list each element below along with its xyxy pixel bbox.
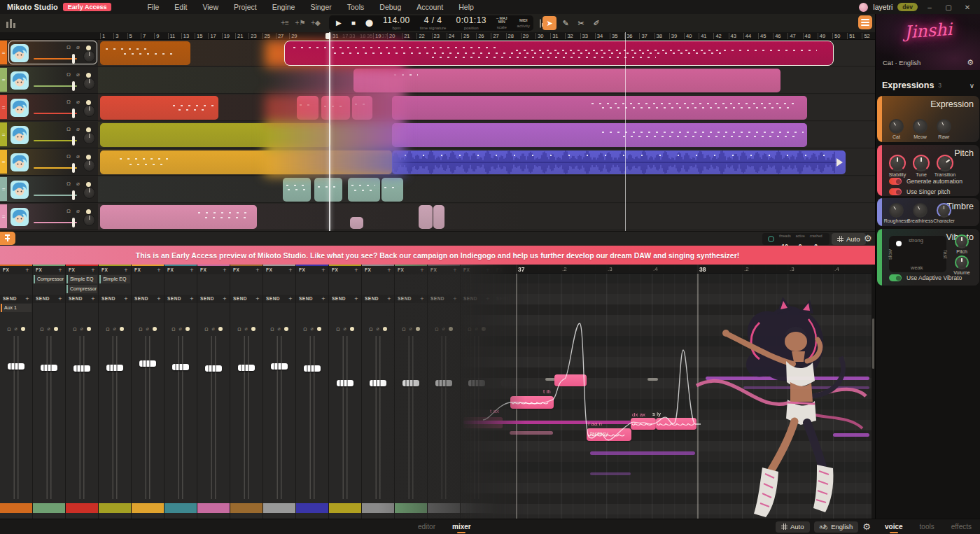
record-arm-dot[interactable] [317, 327, 321, 331]
mute-icon[interactable]: ⌀ [76, 181, 80, 187]
volume-slider[interactable] [34, 140, 77, 141]
volume-slider-handle[interactable] [72, 163, 75, 173]
pan-knob[interactable] [83, 105, 95, 117]
track-header[interactable]: =Ω⌀ [0, 67, 98, 94]
fader-handle[interactable] [8, 363, 24, 370]
solo-headphones-icon[interactable]: Ω [66, 181, 71, 187]
lyric-label[interactable]: s iy [652, 411, 661, 417]
volume-slider-handle[interactable] [72, 81, 75, 91]
fx-slot-header[interactable]: FX+ [99, 266, 131, 274]
pointer-tool-button[interactable]: ➤ [542, 16, 556, 30]
send-slot-header[interactable]: SEND+ [132, 295, 164, 303]
track-header[interactable]: =Ω⌀ [0, 176, 98, 203]
strip-color-block[interactable] [164, 503, 197, 513]
record-arm-dot[interactable] [120, 327, 124, 331]
clip[interactable] [100, 123, 331, 147]
phoneme-label[interactable]: dx ax [632, 412, 645, 418]
fader-track[interactable] [343, 336, 348, 499]
pan-knob[interactable] [83, 187, 95, 199]
position-display[interactable]: 0:01:13 position [456, 16, 486, 30]
send-slot-header[interactable]: SEND+ [329, 295, 361, 303]
clip[interactable] [100, 96, 218, 120]
fx-chip[interactable]: Simple EQ [99, 275, 130, 283]
fx-slot-header[interactable]: FX+ [33, 266, 65, 274]
mute-icon[interactable]: ⌀ [76, 44, 80, 50]
fader-handle[interactable] [205, 365, 222, 372]
solo-headphones-icon[interactable]: Ω [369, 327, 372, 332]
add-fx-button[interactable]: + [91, 266, 95, 274]
menu-help[interactable]: Help [452, 1, 480, 13]
solo-headphones-icon[interactable]: Ω [73, 327, 76, 332]
add-track-icon[interactable]: +≡ [279, 17, 291, 29]
add-send-button[interactable]: + [25, 295, 29, 303]
chevron-down-icon[interactable]: ∨ [969, 82, 974, 90]
track-header[interactable]: =Ω⌀ [0, 40, 98, 66]
add-fx-button[interactable]: + [321, 266, 326, 274]
tab-voice[interactable]: voice [876, 519, 911, 534]
clip[interactable] [100, 41, 190, 65]
clip[interactable] [392, 123, 807, 147]
language-select[interactable]: aあEnglish [814, 521, 859, 533]
snap-auto-button-bottom[interactable]: Auto [776, 521, 810, 533]
user-avatar[interactable] [859, 3, 868, 12]
singer-settings-gear-icon[interactable]: ⚙ [967, 59, 974, 66]
solo-headphones-icon[interactable]: Ω [66, 99, 71, 105]
marker-tool-button[interactable]: ✐ [589, 16, 603, 30]
record-arm-dot[interactable] [86, 209, 91, 214]
singer-avatar[interactable] [10, 181, 29, 199]
solo-headphones-icon[interactable]: Ω [172, 327, 175, 332]
record-arm-dot[interactable] [86, 127, 91, 132]
toggle-use-adaptive-vibrato[interactable]: Use Adaptive Vibrato [889, 274, 962, 281]
add-marker-icon[interactable]: +⚑ [294, 17, 307, 29]
fx-slot-header[interactable]: FX+ [230, 266, 262, 274]
mixer-strip[interactable]: FX+SEND+Ω⌀ [164, 265, 197, 519]
close-button[interactable]: ✕ [960, 3, 974, 11]
fader-track[interactable] [277, 336, 282, 499]
tab-editor[interactable]: editor [410, 519, 444, 534]
record-arm-dot[interactable] [284, 327, 288, 331]
fader-handle[interactable] [74, 365, 90, 372]
volume-slider[interactable] [34, 167, 77, 169]
vibrato-xy-pad[interactable]: strongweakslowfast [889, 236, 946, 272]
mixer-strip[interactable]: FX+CompressorSEND+Ω⌀ [33, 265, 66, 519]
expressions-header[interactable]: Expressions 3 ∨ [876, 78, 980, 93]
record-button[interactable]: ⬤ [365, 15, 373, 31]
solo-headphones-icon[interactable]: Ω [66, 71, 71, 78]
scissors-tool-button[interactable]: ✂ [574, 16, 588, 30]
singer-avatar[interactable] [10, 153, 29, 171]
strip-color-block[interactable] [230, 503, 262, 513]
menu-singer[interactable]: Singer [304, 1, 337, 13]
clip[interactable] [100, 205, 257, 229]
fx-slot-header[interactable]: FX+ [329, 266, 361, 274]
fader-handle[interactable] [337, 380, 354, 386]
volume-slider[interactable] [34, 58, 77, 59]
mute-icon[interactable]: ⌀ [76, 99, 80, 105]
fader-handle[interactable] [304, 365, 321, 372]
menu-tools[interactable]: Tools [341, 1, 371, 13]
add-pin-icon[interactable]: +◆ [309, 17, 322, 29]
clip[interactable] [392, 150, 846, 174]
mute-icon[interactable]: ⌀ [76, 153, 80, 160]
volume-slider-handle[interactable] [72, 108, 75, 118]
mute-icon[interactable]: ⌀ [76, 126, 80, 132]
record-arm-dot[interactable] [218, 327, 223, 331]
tab-mixer[interactable]: mixer [444, 519, 479, 534]
track-header[interactable]: =Ω⌀ [0, 122, 98, 148]
mixer-strip[interactable]: FX+SEND+Ω⌀ [296, 265, 329, 519]
mute-icon[interactable]: ⌀ [146, 326, 149, 332]
clip[interactable] [392, 96, 807, 120]
add-send-button[interactable]: + [190, 295, 194, 303]
volume-slider-handle[interactable] [72, 136, 75, 146]
mute-icon[interactable]: ⌀ [80, 326, 83, 332]
fader-handle[interactable] [238, 365, 255, 371]
track-color-tab[interactable]: = [0, 95, 7, 119]
solo-headphones-icon[interactable]: Ω [336, 327, 340, 332]
note[interactable] [656, 418, 696, 430]
vibrato-pad-dot[interactable] [896, 241, 902, 246]
fx-slot-header[interactable]: FX+ [296, 266, 328, 274]
volume-slider[interactable] [34, 195, 77, 196]
stop-button[interactable]: ■ [351, 15, 356, 31]
mute-icon[interactable]: ⌀ [76, 71, 80, 78]
knob-character[interactable] [937, 203, 951, 218]
clip[interactable] [350, 217, 363, 229]
